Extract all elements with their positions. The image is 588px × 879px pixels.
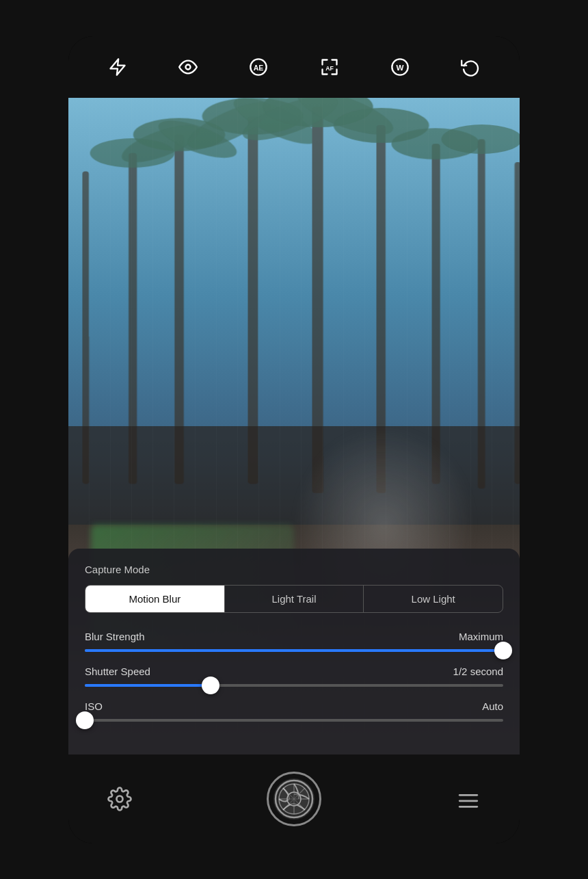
shutter-button[interactable]: [267, 772, 321, 826]
ae-icon[interactable]: AE: [243, 52, 273, 82]
flash-icon[interactable]: [103, 52, 133, 82]
capture-mode-title: Capture Mode: [85, 564, 503, 575]
w-icon[interactable]: W: [385, 52, 415, 82]
iso-track[interactable]: [85, 719, 503, 722]
mode-button-group: Motion Blur Light Trail Low Light: [85, 585, 503, 613]
blur-strength-thumb[interactable]: [494, 642, 512, 659]
mode-low-light[interactable]: Low Light: [363, 586, 503, 612]
shutter-speed-section: Shutter Speed 1/2 second: [85, 666, 503, 687]
shutter-speed-track[interactable]: [85, 684, 503, 687]
svg-point-31: [117, 796, 123, 802]
iso-section: ISO Auto: [85, 700, 503, 722]
blur-strength-track[interactable]: [85, 649, 503, 652]
blur-strength-fill: [85, 649, 503, 652]
iso-label: ISO: [85, 700, 103, 712]
eye-icon[interactable]: [173, 52, 203, 82]
bottom-toolbar: [68, 755, 520, 843]
mode-motion-blur[interactable]: Motion Blur: [85, 586, 224, 612]
iso-header: ISO Auto: [85, 700, 503, 712]
top-toolbar: AE AF W: [68, 36, 520, 98]
shutter-speed-label: Shutter Speed: [85, 666, 150, 677]
capture-panel: Capture Mode Motion Blur Light Trail Low…: [68, 549, 520, 755]
iso-value: Auto: [482, 700, 503, 712]
camera-viewfinder: Capture Mode Motion Blur Light Trail Low…: [68, 98, 520, 755]
phone-container: AE AF W: [68, 36, 520, 843]
settings-button[interactable]: [103, 782, 137, 816]
iso-thumb[interactable]: [76, 711, 94, 729]
blur-strength-header: Blur Strength Maximum: [85, 631, 503, 642]
shutter-speed-thumb[interactable]: [202, 677, 219, 694]
rotate-icon[interactable]: [455, 52, 485, 82]
blur-strength-section: Blur Strength Maximum: [85, 631, 503, 652]
blur-strength-value: Maximum: [459, 631, 503, 642]
svg-point-0: [185, 64, 190, 69]
blur-strength-label: Blur Strength: [85, 631, 145, 642]
svg-text:W: W: [396, 62, 403, 71]
svg-point-38: [287, 792, 301, 806]
shutter-speed-fill: [85, 684, 211, 687]
mode-light-trail[interactable]: Light Trail: [224, 586, 364, 612]
svg-text:AF: AF: [325, 64, 334, 71]
menu-button[interactable]: [451, 782, 485, 816]
af-icon[interactable]: AF: [315, 52, 345, 82]
shutter-speed-value: 1/2 second: [453, 666, 503, 677]
svg-text:AE: AE: [254, 63, 264, 71]
shutter-inner: [273, 778, 315, 819]
shutter-speed-header: Shutter Speed 1/2 second: [85, 666, 503, 677]
